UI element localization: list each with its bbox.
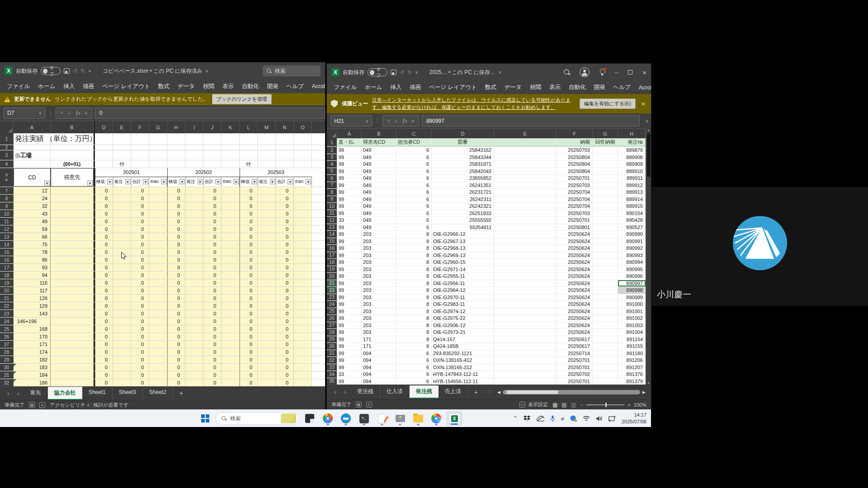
sub-header-cell[interactable]: 発注▼ bbox=[113, 177, 132, 187]
cell[interactable]: 0 bbox=[95, 218, 113, 225]
row-header[interactable]: 3 bbox=[0, 150, 14, 160]
cell[interactable]: 55354811 bbox=[432, 224, 494, 231]
cell[interactable] bbox=[51, 295, 94, 302]
cell[interactable] bbox=[149, 310, 167, 317]
cell[interactable]: OXN-138165-412 bbox=[432, 357, 494, 364]
cell[interactable]: 890990 bbox=[618, 231, 646, 238]
cell[interactable] bbox=[113, 356, 131, 363]
cell[interactable]: 0 bbox=[240, 341, 258, 348]
cell[interactable]: 0 bbox=[276, 241, 294, 248]
cell[interactable]: 99 bbox=[337, 308, 362, 315]
redo-icon[interactable]: ↻ bbox=[407, 69, 412, 75]
cell[interactable]: 0 bbox=[276, 333, 294, 340]
display-settings[interactable]: ▭ 表示設定 bbox=[519, 401, 548, 408]
name-box[interactable]: D7∨ bbox=[4, 108, 45, 119]
cell[interactable] bbox=[593, 378, 618, 385]
cell[interactable]: 8 bbox=[396, 287, 432, 294]
title-chevron-icon[interactable]: ∨ bbox=[205, 69, 208, 73]
cell[interactable] bbox=[149, 333, 167, 340]
cell[interactable] bbox=[593, 175, 618, 182]
cell[interactable] bbox=[294, 364, 312, 371]
zoom-out-icon[interactable]: − bbox=[580, 402, 583, 408]
cell[interactable]: 0 bbox=[167, 333, 185, 340]
row-header[interactable]: 8 bbox=[327, 189, 337, 196]
cell[interactable] bbox=[113, 150, 131, 160]
cell[interactable]: 0 bbox=[240, 272, 258, 279]
cell[interactable] bbox=[95, 145, 113, 150]
messaging-app-icon[interactable] bbox=[570, 415, 577, 422]
cell[interactable] bbox=[185, 264, 203, 271]
cell[interactable] bbox=[258, 272, 276, 279]
row-header[interactable]: 12 bbox=[327, 217, 337, 224]
cell[interactable] bbox=[494, 245, 557, 252]
cell[interactable]: 0 bbox=[131, 264, 149, 271]
cancel-icon[interactable]: × bbox=[387, 118, 390, 124]
ribbon-tab[interactable]: 開発 bbox=[263, 81, 282, 92]
cell[interactable]: 890991 bbox=[618, 238, 646, 245]
row-header[interactable]: 24 bbox=[327, 301, 337, 308]
save-icon[interactable] bbox=[391, 70, 396, 75]
macro-record-icon[interactable]: ▦ bbox=[356, 402, 362, 408]
cell[interactable] bbox=[113, 195, 131, 202]
row-header[interactable]: 26 bbox=[0, 333, 14, 340]
row-header[interactable]: 26 bbox=[327, 315, 337, 322]
cell[interactable]: 0 bbox=[167, 210, 185, 217]
cell[interactable] bbox=[494, 259, 557, 266]
cell[interactable] bbox=[593, 238, 618, 245]
cell[interactable]: 8 bbox=[396, 280, 432, 287]
cell[interactable] bbox=[494, 378, 557, 385]
macro-record-icon[interactable]: ▦ bbox=[29, 402, 35, 408]
cell[interactable] bbox=[258, 160, 276, 168]
cell[interactable]: 20250701 bbox=[557, 217, 593, 224]
cell[interactable]: 049 bbox=[362, 161, 396, 168]
cell[interactable]: 203 bbox=[362, 259, 396, 266]
chrome-profile-button[interactable] bbox=[429, 411, 444, 426]
scroll-down-icon[interactable]: ▼ bbox=[647, 381, 650, 385]
cell[interactable] bbox=[593, 329, 618, 336]
cell[interactable] bbox=[51, 264, 94, 271]
autosave-toggle[interactable]: オフ bbox=[368, 68, 387, 76]
ribbon-tab[interactable]: ページ レイアウト bbox=[98, 81, 154, 92]
sheet-nav-right-icon[interactable]: › bbox=[340, 389, 349, 395]
cell[interactable]: 20250703 bbox=[557, 147, 593, 154]
cell[interactable]: 0 bbox=[203, 341, 222, 348]
cell[interactable]: 0 bbox=[167, 287, 185, 294]
cell[interactable] bbox=[185, 302, 203, 310]
cell[interactable] bbox=[294, 287, 312, 294]
cell[interactable]: 0 bbox=[95, 302, 113, 310]
scroll-right-icon[interactable]: ▶ bbox=[642, 390, 646, 394]
row-header[interactable]: 21 bbox=[327, 280, 337, 287]
cell[interactable]: OIE-G2955-11 bbox=[432, 273, 494, 280]
row-header[interactable]: 16 bbox=[0, 256, 14, 263]
cell[interactable]: 889879 bbox=[618, 147, 646, 154]
cell[interactable]: 8 bbox=[396, 259, 432, 266]
cell[interactable] bbox=[494, 371, 557, 378]
cell[interactable] bbox=[494, 273, 557, 280]
cell[interactable] bbox=[185, 256, 203, 263]
manage-links-button[interactable]: ブックのリンクを管理 bbox=[212, 94, 272, 104]
cell[interactable] bbox=[294, 225, 312, 233]
cell[interactable]: 6 bbox=[396, 364, 432, 371]
page-layout-icon[interactable]: ▤ bbox=[561, 402, 566, 408]
cell[interactable]: 25843344 bbox=[432, 154, 494, 161]
cell[interactable] bbox=[185, 202, 203, 210]
cell[interactable] bbox=[494, 231, 557, 238]
cell[interactable]: 203 bbox=[362, 322, 396, 329]
task-view-button[interactable] bbox=[302, 411, 317, 426]
cell[interactable]: 8 bbox=[396, 252, 432, 259]
row-header[interactable]: 9 bbox=[0, 202, 14, 210]
cell[interactable]: 889908 bbox=[618, 154, 646, 161]
cell[interactable]: 203 bbox=[362, 308, 396, 315]
cell[interactable] bbox=[494, 196, 557, 203]
row-header[interactable]: 7 bbox=[0, 187, 14, 194]
cell[interactable] bbox=[167, 150, 185, 160]
header-cell[interactable]: 発注№ bbox=[618, 138, 646, 146]
cell[interactable] bbox=[14, 160, 51, 168]
row-header[interactable]: 18 bbox=[0, 272, 14, 279]
cell[interactable] bbox=[149, 318, 167, 325]
cell[interactable]: 99 bbox=[337, 224, 362, 231]
cell[interactable]: 890995 bbox=[618, 266, 646, 273]
cell[interactable] bbox=[185, 364, 203, 371]
cell[interactable] bbox=[240, 145, 258, 150]
cell[interactable] bbox=[185, 218, 203, 225]
